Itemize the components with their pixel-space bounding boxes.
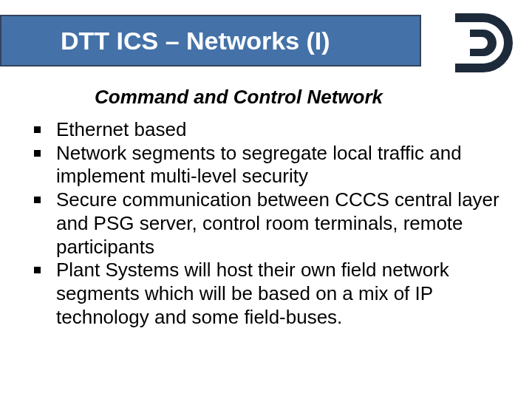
list-item: Secure communication between CCCS centra… — [27, 188, 505, 259]
slide-subtitle: Command and Control Network — [95, 86, 383, 109]
dtt-logo-icon — [445, 6, 519, 80]
title-bar: DTT ICS – Networks (I) — [0, 15, 421, 66]
slide: DTT ICS – Networks (I) Command and Contr… — [0, 0, 532, 399]
slide-title: DTT ICS – Networks (I) — [61, 27, 330, 55]
list-item: Network segments to segregate local traf… — [27, 142, 505, 188]
list-item: Plant Systems will host their own field … — [27, 259, 505, 329]
bullet-list: Ethernet based Network segments to segre… — [27, 118, 505, 329]
list-item: Ethernet based — [27, 118, 505, 142]
